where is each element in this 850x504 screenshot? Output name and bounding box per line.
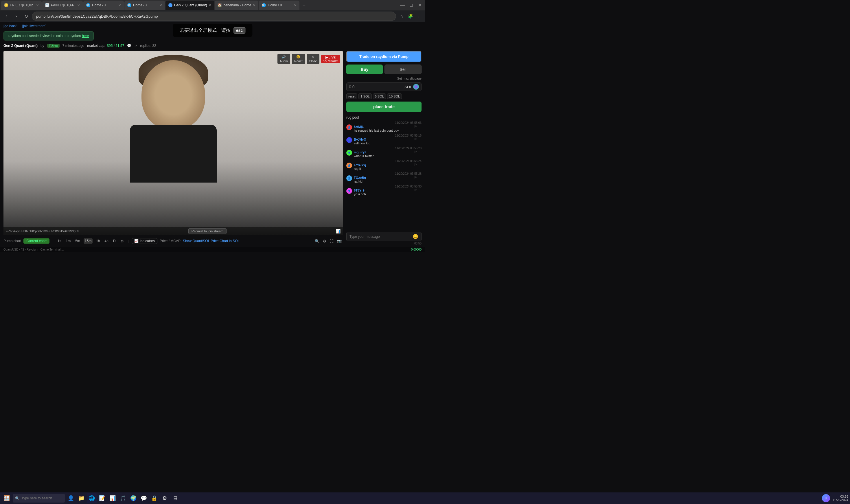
tab-close-1[interactable]: ✕	[36, 3, 39, 7]
chat-user-2[interactable]: BvJHvQ	[354, 138, 366, 141]
tab-close-2[interactable]: ✕	[77, 3, 80, 7]
tab-close-3[interactable]: ✕	[118, 3, 121, 7]
viewers-count: 427 viewers	[323, 59, 338, 62]
audio-button[interactable]: 🔊 Audio	[277, 54, 290, 64]
trade-on-raydium-button[interactable]: Trade on raydium via Pump	[346, 51, 421, 62]
quick-10sol-button[interactable]: 10 SOL	[387, 93, 402, 99]
new-tab-button[interactable]: +	[300, 2, 308, 8]
address-bar[interactable]	[32, 12, 396, 21]
esc-fullscreen-overlay: 若要退出全屏模式，请按 esc	[173, 24, 252, 37]
chat-more-4[interactable]: ⋯	[418, 163, 421, 166]
quick-5sol-button[interactable]: 5 SOL	[373, 93, 386, 99]
maximize-button[interactable]: □	[407, 1, 415, 9]
chat-msg-row-3: 👤 mguKy9 what ur twitter 🏳 ⋯	[346, 150, 421, 158]
interval-4h[interactable]: 4h	[104, 238, 110, 244]
tab-favicon-3: ✖	[86, 3, 90, 7]
tab-4[interactable]: ✖ Home / X ✕	[124, 1, 165, 10]
extensions-button[interactable]: 🧩	[406, 13, 414, 20]
current-chart-button[interactable]: Current chart	[23, 238, 50, 244]
fullscreen-chart-button[interactable]: ⛶	[329, 238, 335, 244]
video-bottom-bar: FiZhrxExy6TJnKcbPtOpo6IZzX9SUVbB9mDw6d29…	[3, 227, 343, 235]
chat-input[interactable]	[349, 235, 413, 239]
chat-flag-4[interactable]: 🏳	[414, 163, 417, 166]
video-stats-button[interactable]: 📊	[336, 229, 341, 233]
chat-text-1: he rugged his last coin dont buy	[354, 129, 399, 132]
minimize-button[interactable]: —	[398, 1, 406, 9]
indicators-button[interactable]: 📈 Indicators	[132, 238, 157, 244]
chat-text-2: sell now kid	[354, 142, 370, 145]
sell-button[interactable]: Sell	[384, 65, 421, 74]
tab-1[interactable]: 🪙 FRIE ↑ $0.0,82 ✕	[1, 1, 42, 10]
chat-user-1[interactable]: 8ztMjL	[354, 125, 364, 128]
buy-button[interactable]: Buy	[346, 65, 383, 74]
chat-bottom-time: 03:55	[346, 241, 421, 246]
chat-flag-2[interactable]: 🏳	[414, 137, 417, 141]
chat-actions-2: 🏳 ⋯	[414, 137, 421, 141]
tab-close-7[interactable]: ✕	[294, 3, 296, 7]
tab-3[interactable]: ✖ Home / X ✕	[83, 1, 124, 10]
chat-more-2[interactable]: ⋯	[418, 137, 421, 141]
raydium-banner-text: raydium pool seeded! view the coin on ra…	[8, 34, 81, 38]
chat-more-5[interactable]: ⋯	[418, 175, 421, 179]
back-button[interactable]: ‹	[2, 12, 11, 20]
chart-config-button[interactable]: ⚙	[322, 238, 327, 244]
main-layout: 🔊 Audio 😊 React ✕ Close ▶ LIVE 427 viewe…	[0, 50, 425, 247]
chat-flag-3[interactable]: 🏳	[414, 150, 417, 154]
chat-msg-row-2: 👤 BvJHvQ sell now kid 🏳 ⋯	[346, 137, 421, 145]
interval-1h[interactable]: 1h	[95, 238, 101, 244]
close-window-button[interactable]: ✕	[416, 1, 424, 9]
chat-user-6[interactable]: 6T8Yr9	[354, 188, 364, 192]
tab-favicon-6: 🏠	[218, 3, 222, 7]
chart-settings-icon[interactable]: ⚙	[119, 238, 125, 244]
tab-close-6[interactable]: ✕	[253, 3, 255, 7]
tab-close-4[interactable]: ✕	[159, 3, 162, 7]
price-mcap-label: Price / MCAP	[160, 239, 181, 243]
page-content: [go back] [join livestream] raydium pool…	[0, 22, 425, 252]
tab-bar: 🪙 FRIE ↑ $0.0,82 ✕ 📉 PAIN ↓ $0.0,66 ✕ ✖ …	[0, 0, 425, 11]
username-badge[interactable]: FiZhrx	[47, 44, 59, 48]
chat-flag-1[interactable]: 🏳	[414, 124, 417, 128]
tab-close-5[interactable]: ✕	[209, 3, 211, 7]
chat-flag-5[interactable]: 🏳	[414, 175, 417, 179]
interval-5m[interactable]: 5m	[74, 238, 81, 244]
settings-button[interactable]: ⋮	[415, 13, 423, 20]
quick-1sol-button[interactable]: 1 SOL	[359, 93, 372, 99]
reload-button[interactable]: ↻	[22, 12, 30, 20]
show-chart-button[interactable]: Show Quant/SOL Price Chart in SOL	[183, 239, 239, 243]
close-stream-button[interactable]: ✕ Close	[307, 54, 320, 64]
close-icon: ✕	[312, 55, 314, 59]
join-livestream-link[interactable]: [join livestream]	[22, 24, 46, 28]
chat-flag-6[interactable]: 🏳	[414, 188, 417, 192]
tab-5-active[interactable]: Gen Z Quant (Quant) ✕	[165, 1, 214, 10]
go-back-link[interactable]: [go back]	[3, 24, 18, 28]
chat-user-4[interactable]: EYsJVQ	[354, 163, 366, 167]
chat-more-6[interactable]: ⋯	[418, 188, 421, 192]
interval-d[interactable]: D	[112, 238, 117, 244]
interval-1s[interactable]: 1s	[56, 238, 62, 244]
tab-2[interactable]: 📉 PAIN ↓ $0.0,66 ✕	[42, 1, 83, 10]
tab-7[interactable]: ✖ Home / X ✕	[259, 1, 300, 10]
interval-1m[interactable]: 1m	[65, 238, 72, 244]
bookmark-button[interactable]: ☆	[398, 13, 405, 20]
forward-button[interactable]: ›	[12, 12, 20, 20]
chat-user-3[interactable]: mguKy9	[354, 150, 366, 154]
reset-button[interactable]: reset	[346, 93, 357, 99]
search-chart-button[interactable]: 🔍	[314, 238, 321, 244]
chat-message-4: 11/20/2024 03:55:24 👤 EYsJVQ rug it 🏳 ⋯	[346, 159, 421, 171]
interval-15m[interactable]: 15m	[84, 238, 93, 244]
tab-6[interactable]: 🏠 hehehaha - Home ✕	[215, 1, 258, 10]
react-button[interactable]: 😊 React	[292, 54, 305, 64]
coin-name: Gen Z Quant (Quant)	[3, 44, 38, 48]
join-stream-button[interactable]: Request to join stream	[188, 228, 227, 234]
raydium-link[interactable]: here	[82, 34, 89, 38]
emoji-button[interactable]: 😊	[413, 234, 418, 239]
screenshot-chart-button[interactable]: 📷	[336, 238, 343, 244]
chat-more-3[interactable]: ⋯	[418, 150, 421, 154]
chat-msg-row-5: 👤 FQzoBq rat kid 🏳 ⋯	[346, 175, 421, 183]
tab-favicon-2: 📉	[45, 3, 49, 7]
place-trade-button[interactable]: place trade	[346, 102, 421, 112]
sol-amount-input[interactable]	[349, 85, 404, 89]
chat-more-1[interactable]: ⋯	[418, 124, 421, 128]
react-icon: 😊	[296, 55, 300, 59]
chat-user-5[interactable]: FQzoBq	[354, 176, 366, 179]
